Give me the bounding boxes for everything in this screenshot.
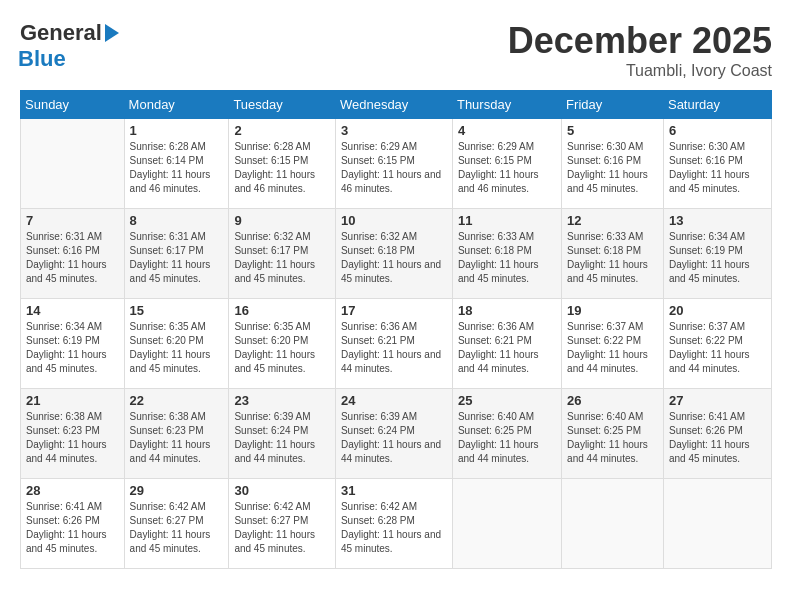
day-number: 11 xyxy=(458,213,556,228)
day-number: 23 xyxy=(234,393,330,408)
daylight-text: Daylight: 11 hours and 44 minutes. xyxy=(26,439,107,464)
daylight-text: Daylight: 11 hours and 44 minutes. xyxy=(458,439,539,464)
sunset-text: Sunset: 6:18 PM xyxy=(341,245,415,256)
sunrise-text: Sunrise: 6:31 AM xyxy=(26,231,102,242)
day-number: 31 xyxy=(341,483,447,498)
day-info: Sunrise: 6:32 AM Sunset: 6:18 PM Dayligh… xyxy=(341,230,447,286)
sunset-text: Sunset: 6:28 PM xyxy=(341,515,415,526)
sunrise-text: Sunrise: 6:38 AM xyxy=(130,411,206,422)
day-number: 19 xyxy=(567,303,658,318)
calendar-body: 1 Sunrise: 6:28 AM Sunset: 6:14 PM Dayli… xyxy=(21,119,772,569)
calendar-header: SundayMondayTuesdayWednesdayThursdayFrid… xyxy=(21,91,772,119)
calendar-cell: 10 Sunrise: 6:32 AM Sunset: 6:18 PM Dayl… xyxy=(335,209,452,299)
sunrise-text: Sunrise: 6:41 AM xyxy=(26,501,102,512)
calendar-cell: 18 Sunrise: 6:36 AM Sunset: 6:21 PM Dayl… xyxy=(452,299,561,389)
day-info: Sunrise: 6:32 AM Sunset: 6:17 PM Dayligh… xyxy=(234,230,330,286)
day-number: 16 xyxy=(234,303,330,318)
calendar-week-5: 28 Sunrise: 6:41 AM Sunset: 6:26 PM Dayl… xyxy=(21,479,772,569)
sunset-text: Sunset: 6:20 PM xyxy=(234,335,308,346)
calendar-cell: 13 Sunrise: 6:34 AM Sunset: 6:19 PM Dayl… xyxy=(663,209,771,299)
day-number: 12 xyxy=(567,213,658,228)
sunrise-text: Sunrise: 6:28 AM xyxy=(234,141,310,152)
sunrise-text: Sunrise: 6:40 AM xyxy=(567,411,643,422)
day-number: 2 xyxy=(234,123,330,138)
calendar-cell: 15 Sunrise: 6:35 AM Sunset: 6:20 PM Dayl… xyxy=(124,299,229,389)
calendar-cell: 30 Sunrise: 6:42 AM Sunset: 6:27 PM Dayl… xyxy=(229,479,336,569)
header-day-saturday: Saturday xyxy=(663,91,771,119)
daylight-text: Daylight: 11 hours and 45 minutes. xyxy=(26,259,107,284)
day-info: Sunrise: 6:35 AM Sunset: 6:20 PM Dayligh… xyxy=(234,320,330,376)
calendar-cell xyxy=(562,479,664,569)
header-day-tuesday: Tuesday xyxy=(229,91,336,119)
day-number: 17 xyxy=(341,303,447,318)
day-number: 14 xyxy=(26,303,119,318)
day-info: Sunrise: 6:41 AM Sunset: 6:26 PM Dayligh… xyxy=(669,410,766,466)
day-info: Sunrise: 6:29 AM Sunset: 6:15 PM Dayligh… xyxy=(341,140,447,196)
day-info: Sunrise: 6:30 AM Sunset: 6:16 PM Dayligh… xyxy=(669,140,766,196)
calendar-cell: 2 Sunrise: 6:28 AM Sunset: 6:15 PM Dayli… xyxy=(229,119,336,209)
location-title: Tuambli, Ivory Coast xyxy=(508,62,772,80)
daylight-text: Daylight: 11 hours and 44 minutes. xyxy=(341,439,441,464)
sunrise-text: Sunrise: 6:34 AM xyxy=(26,321,102,332)
sunset-text: Sunset: 6:14 PM xyxy=(130,155,204,166)
calendar-cell: 12 Sunrise: 6:33 AM Sunset: 6:18 PM Dayl… xyxy=(562,209,664,299)
day-number: 6 xyxy=(669,123,766,138)
daylight-text: Daylight: 11 hours and 45 minutes. xyxy=(669,439,750,464)
header-row: SundayMondayTuesdayWednesdayThursdayFrid… xyxy=(21,91,772,119)
calendar-cell: 16 Sunrise: 6:35 AM Sunset: 6:20 PM Dayl… xyxy=(229,299,336,389)
day-number: 3 xyxy=(341,123,447,138)
day-number: 5 xyxy=(567,123,658,138)
day-number: 8 xyxy=(130,213,224,228)
sunset-text: Sunset: 6:26 PM xyxy=(669,425,743,436)
day-info: Sunrise: 6:42 AM Sunset: 6:27 PM Dayligh… xyxy=(130,500,224,556)
sunset-text: Sunset: 6:19 PM xyxy=(669,245,743,256)
calendar-cell: 8 Sunrise: 6:31 AM Sunset: 6:17 PM Dayli… xyxy=(124,209,229,299)
calendar-cell xyxy=(663,479,771,569)
day-info: Sunrise: 6:31 AM Sunset: 6:16 PM Dayligh… xyxy=(26,230,119,286)
sunrise-text: Sunrise: 6:37 AM xyxy=(567,321,643,332)
sunrise-text: Sunrise: 6:38 AM xyxy=(26,411,102,422)
sunset-text: Sunset: 6:27 PM xyxy=(130,515,204,526)
sunrise-text: Sunrise: 6:29 AM xyxy=(341,141,417,152)
day-info: Sunrise: 6:39 AM Sunset: 6:24 PM Dayligh… xyxy=(234,410,330,466)
daylight-text: Daylight: 11 hours and 46 minutes. xyxy=(458,169,539,194)
day-info: Sunrise: 6:37 AM Sunset: 6:22 PM Dayligh… xyxy=(669,320,766,376)
daylight-text: Daylight: 11 hours and 45 minutes. xyxy=(567,259,648,284)
sunset-text: Sunset: 6:16 PM xyxy=(567,155,641,166)
calendar-table: SundayMondayTuesdayWednesdayThursdayFrid… xyxy=(20,90,772,569)
page-header: General Blue December 2025 Tuambli, Ivor… xyxy=(20,20,772,80)
day-number: 18 xyxy=(458,303,556,318)
logo-blue-text: Blue xyxy=(18,46,66,72)
daylight-text: Daylight: 11 hours and 45 minutes. xyxy=(234,349,315,374)
calendar-cell: 24 Sunrise: 6:39 AM Sunset: 6:24 PM Dayl… xyxy=(335,389,452,479)
sunset-text: Sunset: 6:25 PM xyxy=(567,425,641,436)
sunset-text: Sunset: 6:25 PM xyxy=(458,425,532,436)
calendar-cell: 17 Sunrise: 6:36 AM Sunset: 6:21 PM Dayl… xyxy=(335,299,452,389)
day-info: Sunrise: 6:28 AM Sunset: 6:15 PM Dayligh… xyxy=(234,140,330,196)
daylight-text: Daylight: 11 hours and 44 minutes. xyxy=(458,349,539,374)
calendar-cell: 1 Sunrise: 6:28 AM Sunset: 6:14 PM Dayli… xyxy=(124,119,229,209)
calendar-cell: 27 Sunrise: 6:41 AM Sunset: 6:26 PM Dayl… xyxy=(663,389,771,479)
day-number: 13 xyxy=(669,213,766,228)
sunrise-text: Sunrise: 6:42 AM xyxy=(234,501,310,512)
daylight-text: Daylight: 11 hours and 45 minutes. xyxy=(130,349,211,374)
day-info: Sunrise: 6:28 AM Sunset: 6:14 PM Dayligh… xyxy=(130,140,224,196)
day-info: Sunrise: 6:34 AM Sunset: 6:19 PM Dayligh… xyxy=(26,320,119,376)
day-number: 9 xyxy=(234,213,330,228)
sunrise-text: Sunrise: 6:33 AM xyxy=(567,231,643,242)
calendar-cell: 7 Sunrise: 6:31 AM Sunset: 6:16 PM Dayli… xyxy=(21,209,125,299)
sunrise-text: Sunrise: 6:32 AM xyxy=(234,231,310,242)
sunset-text: Sunset: 6:15 PM xyxy=(341,155,415,166)
day-info: Sunrise: 6:40 AM Sunset: 6:25 PM Dayligh… xyxy=(458,410,556,466)
calendar-cell xyxy=(21,119,125,209)
sunset-text: Sunset: 6:16 PM xyxy=(26,245,100,256)
sunrise-text: Sunrise: 6:39 AM xyxy=(234,411,310,422)
day-number: 1 xyxy=(130,123,224,138)
daylight-text: Daylight: 11 hours and 45 minutes. xyxy=(341,259,441,284)
daylight-text: Daylight: 11 hours and 45 minutes. xyxy=(234,529,315,554)
daylight-text: Daylight: 11 hours and 44 minutes. xyxy=(669,349,750,374)
daylight-text: Daylight: 11 hours and 45 minutes. xyxy=(341,529,441,554)
calendar-cell: 31 Sunrise: 6:42 AM Sunset: 6:28 PM Dayl… xyxy=(335,479,452,569)
sunset-text: Sunset: 6:17 PM xyxy=(234,245,308,256)
calendar-cell: 26 Sunrise: 6:40 AM Sunset: 6:25 PM Dayl… xyxy=(562,389,664,479)
